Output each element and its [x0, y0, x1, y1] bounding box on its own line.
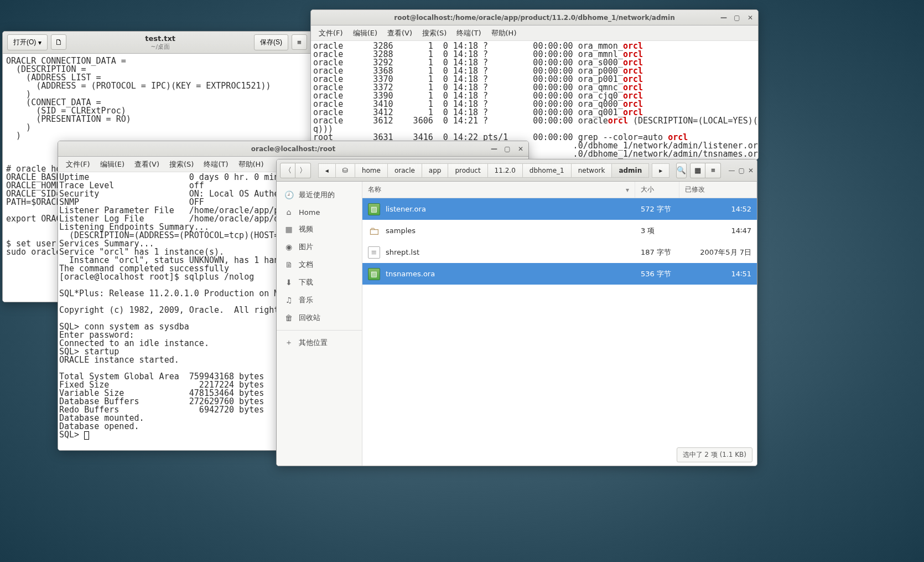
sidebar-icon: 🗎 [284, 260, 293, 269]
gedit-title: test.txt ~/桌面 [145, 34, 175, 51]
folder-icon: 🗀 [368, 225, 380, 237]
menu-item[interactable]: 搜索(S) [165, 158, 198, 171]
close-button[interactable]: ✕ [515, 143, 526, 154]
file-row[interactable]: ▨tnsnames.ora536 字节14∶51 [362, 263, 757, 285]
maximize-button[interactable]: ▢ [731, 12, 743, 23]
open-label: 打开(O) [13, 38, 36, 47]
list-view-button[interactable]: ≡ [705, 163, 721, 178]
gedit-titlebar: 打开(O) ▾ 🗋 test.txt ~/桌面 保存(S) ≡ [3, 32, 312, 54]
nautilus-main: 名称▾ 大小 已修改 ▨listener.ora572 字节14∶52🗀samp… [362, 182, 757, 466]
file-modified: 2007年5月 7日 [679, 248, 757, 257]
menu-item[interactable]: 文件(F) [314, 27, 347, 40]
sort-desc-icon: ▾ [626, 186, 629, 194]
menu-item[interactable]: 帮助(H) [234, 158, 268, 171]
menu-item[interactable]: 文件(F) [61, 158, 95, 171]
path-segment-home[interactable]: home [355, 163, 388, 178]
sidebar-label: 其他位置 [299, 338, 328, 348]
file-size: 572 字节 [635, 204, 679, 214]
sidebar-icon: 🕘 [284, 190, 293, 199]
file-row[interactable]: 🗀samples3 项14∶47 [362, 220, 757, 241]
menu-item[interactable]: 搜索(S) [418, 27, 451, 40]
menu-item[interactable]: 编辑(E) [349, 27, 382, 40]
path-segment-product[interactable]: product [448, 163, 487, 178]
sidebar-icon: ＋ [284, 338, 293, 348]
menu-item[interactable]: 查看(V) [130, 158, 164, 171]
file-row[interactable]: ▨listener.ora572 字节14∶52 [362, 198, 757, 220]
path-segment-11.2.0[interactable]: 11.2.0 [488, 163, 523, 178]
file-name: shrept.lst [386, 248, 419, 256]
menu-item[interactable]: 终端(T) [452, 27, 485, 40]
terminal-top-window: root@localhost:/home/oracle/app/product/… [310, 9, 759, 160]
nautilus-window: 〈 〉 ◂ ⛁ homeoracleappproduct11.2.0dbhome… [276, 159, 757, 466]
close-button[interactable]: ✕ [748, 165, 754, 176]
col-size[interactable]: 大小 [635, 182, 679, 198]
search-button[interactable]: 🔍 [676, 163, 687, 178]
image-file-icon: ▨ [368, 203, 380, 215]
sidebar-icon: ⌂ [284, 208, 293, 216]
search-icon: 🔍 [677, 166, 686, 174]
sidebar-item[interactable]: ♫音乐 [277, 291, 362, 309]
new-tab-button[interactable]: 🗋 [51, 34, 66, 50]
chevron-left-icon: 〈 [284, 166, 292, 176]
status-bar: 选中了 2 项 (1.1 KB) [677, 447, 752, 462]
gedit-subtitle: ~/桌面 [145, 43, 175, 51]
text-file-icon: ≡ [368, 246, 380, 259]
grid-view-button[interactable]: ▦ [690, 163, 705, 178]
term-sql-title: oracle@localhost:/root [251, 145, 335, 153]
sidebar-label: Home [299, 208, 320, 216]
file-modified: 14∶47 [679, 226, 757, 235]
maximize-button[interactable]: ▢ [502, 143, 513, 154]
close-button[interactable]: ✕ [745, 12, 756, 23]
path-overflow-right[interactable]: ▸ [652, 163, 669, 178]
path-segment-app[interactable]: app [422, 163, 449, 178]
open-button[interactable]: 打开(O) ▾ [7, 34, 48, 50]
file-modified: 14∶51 [679, 270, 757, 278]
sidebar-item[interactable]: 🗑回收站 [277, 309, 362, 327]
menu-item[interactable]: 编辑(E) [96, 158, 129, 171]
term-top-menubar: 文件(F)编辑(E)查看(V)搜索(S)终端(T)帮助(H) [311, 25, 758, 41]
sidebar-label: 文档 [299, 260, 313, 270]
file-row[interactable]: ≡shrept.lst187 字节2007年5月 7日 [362, 241, 757, 263]
sidebar-label: 音乐 [299, 295, 313, 305]
sidebar-item[interactable]: 🗎文档 [277, 256, 362, 274]
sidebar-item[interactable]: 🕘最近使用的 [277, 186, 362, 204]
file-modified: 14∶52 [679, 205, 757, 213]
chevron-down-icon: ▾ [38, 39, 41, 47]
back-button[interactable]: 〈 [280, 163, 295, 178]
sidebar-item[interactable]: ◉图片 [277, 238, 362, 256]
save-button[interactable]: 保存(S) [254, 34, 288, 50]
sidebar-item[interactable]: ⌂Home [277, 204, 362, 220]
file-list[interactable]: ▨listener.ora572 字节14∶52🗀samples3 项14∶47… [362, 198, 757, 466]
menu-item[interactable]: 帮助(H) [487, 27, 521, 40]
list-icon: ≡ [711, 166, 715, 174]
path-bar: ◂ ⛁ homeoracleappproduct11.2.0dbhome_1ne… [318, 163, 649, 178]
term-top-titlebar: root@localhost:/home/oracle/app/product/… [311, 10, 758, 25]
file-size: 3 项 [635, 226, 679, 236]
path-overflow-left[interactable]: ◂ [318, 163, 336, 178]
new-doc-icon: 🗋 [55, 38, 63, 47]
forward-button[interactable]: 〉 [295, 163, 311, 178]
path-segment-dbhome_1[interactable]: dbhome_1 [523, 163, 572, 178]
path-segment-admin[interactable]: admin [612, 163, 649, 178]
sidebar-item[interactable]: ▦视频 [277, 220, 362, 238]
col-name[interactable]: 名称▾ [362, 182, 635, 198]
file-size: 187 字节 [635, 248, 679, 257]
hamburger-icon: ≡ [297, 38, 302, 47]
minimize-button[interactable]: — [489, 143, 500, 154]
minimize-button[interactable]: — [729, 165, 735, 176]
path-segment-network[interactable]: network [572, 163, 612, 178]
menu-item[interactable]: 终端(T) [199, 158, 232, 171]
path-segment-oracle[interactable]: oracle [388, 163, 422, 178]
hamburger-button[interactable]: ≡ [292, 34, 307, 50]
maximize-button[interactable]: ▢ [739, 165, 745, 176]
sidebar-label: 视频 [299, 224, 313, 234]
sidebar-item[interactable]: ＋其他位置 [277, 334, 362, 352]
col-modified[interactable]: 已修改 [679, 182, 757, 198]
sidebar-item[interactable]: ⬇下载 [277, 274, 362, 291]
term-sql-titlebar: oracle@localhost:/root — ▢ ✕ [58, 141, 528, 157]
path-disk-icon[interactable]: ⛁ [336, 163, 355, 178]
file-size: 536 字节 [635, 269, 679, 279]
menu-item[interactable]: 查看(V) [383, 27, 417, 40]
minimize-button[interactable]: — [718, 12, 729, 23]
image-file-icon: ▨ [368, 268, 380, 280]
